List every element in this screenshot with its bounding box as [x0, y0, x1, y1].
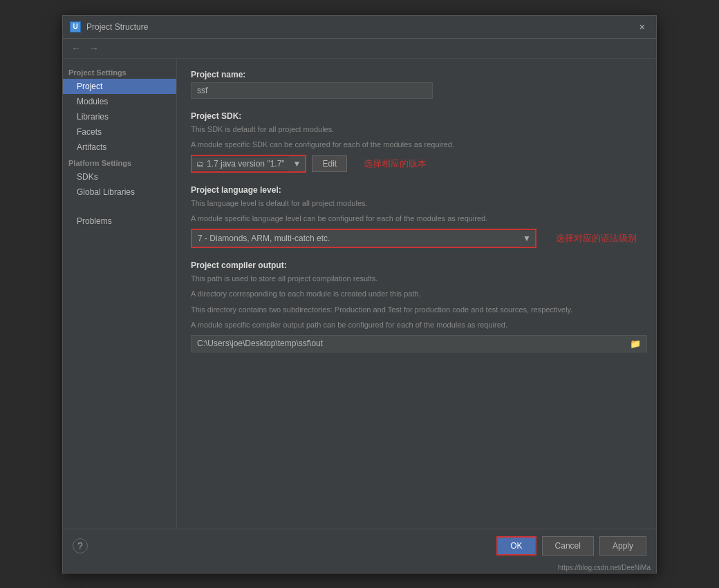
sdk-select-wrapper: 🗂 1.7 java version "1.7" ▼ [191, 155, 306, 173]
lang-annotation: 选择对应的语法级别 [556, 232, 637, 245]
output-path-row: C:\Users\joe\Desktop\temp\ssf\out 📁 [191, 335, 647, 352]
compiler-output-section: Project compiler output: This path is us… [191, 260, 642, 352]
compiler-output-desc3: This directory contains two subdirectori… [191, 304, 642, 316]
bottom-buttons: OK Cancel Apply [496, 536, 646, 556]
sidebar-item-modules[interactable]: Modules [63, 94, 176, 109]
sdk-icon: 🗂 [196, 160, 204, 168]
forward-button[interactable]: → [86, 41, 102, 55]
sdk-row: 🗂 1.7 java version "1.7" ▼ Edit 选择相应的版本 [191, 155, 642, 173]
sidebar-item-facets[interactable]: Facets [63, 124, 176, 140]
compiler-output-desc2: A directory corresponding to each module… [191, 288, 642, 300]
sidebar-item-project[interactable]: Project [63, 79, 176, 94]
project-name-section: Project name: [191, 70, 642, 99]
title-bar-left: U Project Structure [70, 21, 148, 32]
watermark: https://blog.csdn.net/DeeNiMa [63, 562, 656, 573]
cancel-button[interactable]: Cancel [542, 536, 594, 556]
sdk-annotation: 选择相应的版本 [364, 158, 427, 170]
platform-settings-label: Platform Settings [63, 155, 176, 169]
edit-sdk-button[interactable]: Edit [312, 155, 347, 172]
project-name-input[interactable] [191, 82, 433, 99]
sidebar-item-global-libraries[interactable]: Global Libraries [63, 184, 176, 200]
project-sdk-section: Project SDK: This SDK is default for all… [191, 111, 642, 173]
content-area: Project Settings Project Modules Librari… [63, 59, 656, 529]
sidebar: Project Settings Project Modules Librari… [63, 59, 177, 529]
output-path-value: C:\Users\joe\Desktop\temp\ssf\out [197, 339, 630, 348]
back-button[interactable]: ← [68, 41, 84, 55]
sdk-value: 1.7 java version "1.7" [207, 159, 285, 169]
sidebar-item-artifacts[interactable]: Artifacts [63, 140, 176, 155]
sidebar-item-sdks[interactable]: SDKs [63, 169, 176, 184]
lang-dropdown-arrow[interactable]: ▼ [519, 231, 535, 246]
compiler-output-desc1: This path is used to store all project c… [191, 273, 642, 285]
ok-button[interactable]: OK [496, 536, 536, 556]
app-icon: U [70, 21, 81, 32]
sdk-desc2: A module specific SDK can be configured … [191, 139, 642, 151]
lang-select-wrapper: 7 - Diamonds, ARM, multi-catch etc. ▼ [191, 229, 536, 248]
lang-level-value: 7 - Diamonds, ARM, multi-catch etc. [192, 230, 519, 247]
help-button[interactable]: ? [73, 538, 88, 553]
nav-bar: ← → [63, 39, 656, 59]
sidebar-item-problems[interactable]: Problems [63, 214, 176, 229]
sdk-dropdown-arrow[interactable]: ▼ [289, 156, 306, 171]
main-content: Project name: Project SDK: This SDK is d… [177, 59, 656, 529]
bottom-bar: ? OK Cancel Apply [63, 529, 656, 562]
sidebar-item-libraries[interactable]: Libraries [63, 109, 176, 124]
project-structure-dialog: U Project Structure × ← → Project Settin… [62, 15, 657, 573]
sdk-inline-wrapper: 🗂 1.7 java version "1.7" [192, 158, 289, 170]
title-bar: U Project Structure × [63, 16, 656, 39]
compiler-output-label: Project compiler output: [191, 260, 642, 270]
project-name-label: Project name: [191, 70, 642, 79]
folder-icon[interactable]: 📁 [630, 339, 641, 349]
close-button[interactable]: × [635, 20, 649, 34]
lang-level-label: Project language level: [191, 185, 642, 195]
apply-button[interactable]: Apply [599, 536, 646, 556]
lang-desc1: This language level is default for all p… [191, 198, 642, 209]
sdk-desc1: This SDK is default for all project modu… [191, 124, 642, 135]
compiler-output-desc4: A module specific compiler output path c… [191, 319, 642, 331]
project-sdk-label: Project SDK: [191, 111, 642, 121]
lang-desc2: A module specific language level can be … [191, 213, 642, 225]
dialog-title: Project Structure [86, 22, 148, 32]
project-settings-label: Project Settings [63, 64, 176, 79]
project-lang-level-section: Project language level: This language le… [191, 185, 642, 248]
